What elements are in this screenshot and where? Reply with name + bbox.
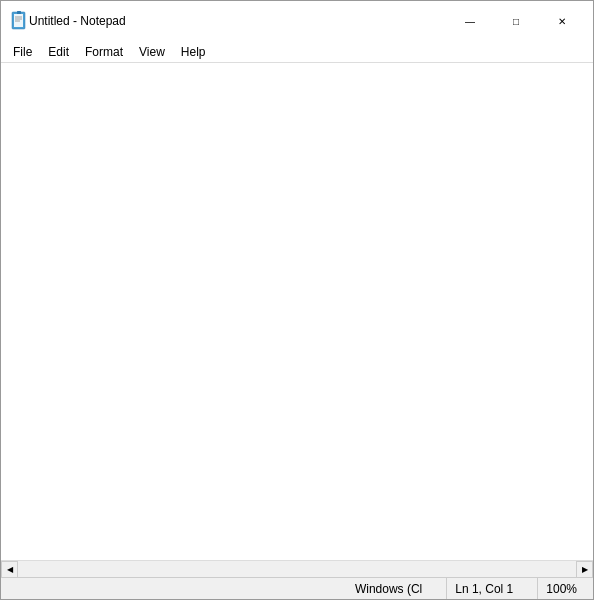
app-icon bbox=[9, 11, 29, 31]
scroll-right-button[interactable]: ▶ bbox=[576, 561, 593, 578]
menu-view[interactable]: View bbox=[131, 41, 173, 63]
text-editor[interactable] bbox=[1, 63, 593, 560]
status-bar: Windows (Cl Ln 1, Col 1 100% bbox=[1, 577, 593, 599]
position-status: Ln 1, Col 1 bbox=[446, 578, 521, 599]
zoom-status: 100% bbox=[537, 578, 585, 599]
horizontal-scroll-track[interactable] bbox=[18, 561, 576, 577]
notepad-window: Untitled - Notepad — □ ✕ File Edit Forma… bbox=[0, 0, 594, 600]
menu-format[interactable]: Format bbox=[77, 41, 131, 63]
maximize-button[interactable]: □ bbox=[493, 6, 539, 36]
horizontal-scrollbar[interactable]: ◀ ▶ bbox=[1, 560, 593, 577]
editor-container bbox=[1, 63, 593, 560]
close-button[interactable]: ✕ bbox=[539, 6, 585, 36]
minimize-button[interactable]: — bbox=[447, 6, 493, 36]
menu-bar: File Edit Format View Help bbox=[1, 41, 593, 63]
window-controls: — □ ✕ bbox=[447, 6, 585, 36]
menu-edit[interactable]: Edit bbox=[40, 41, 77, 63]
svg-rect-1 bbox=[14, 14, 23, 27]
menu-help[interactable]: Help bbox=[173, 41, 214, 63]
window-title: Untitled - Notepad bbox=[29, 14, 447, 28]
menu-file[interactable]: File bbox=[5, 41, 40, 63]
title-bar: Untitled - Notepad — □ ✕ bbox=[1, 1, 593, 41]
scroll-left-button[interactable]: ◀ bbox=[1, 561, 18, 578]
encoding-status: Windows (Cl bbox=[347, 578, 430, 599]
svg-rect-5 bbox=[17, 11, 21, 14]
